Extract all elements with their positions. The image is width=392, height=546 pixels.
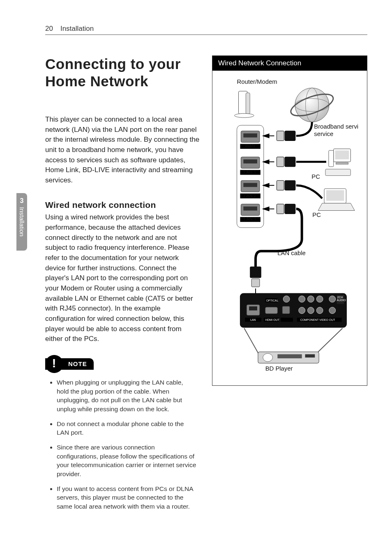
svg-point-65 <box>316 307 323 314</box>
svg-line-73 <box>244 328 259 354</box>
svg-text:COMPONENT VIDEO OUT: COMPONENT VIDEO OUT <box>300 318 335 321</box>
globe-icon <box>288 88 336 122</box>
lan-cable-label: LAN cable <box>277 250 305 256</box>
intro-paragraph: This player can be connected to a local … <box>45 115 201 185</box>
svg-rect-38 <box>335 150 349 159</box>
svg-rect-25 <box>277 131 284 141</box>
wan-port: WAN <box>240 131 260 149</box>
svg-rect-28 <box>277 157 284 167</box>
svg-rect-29 <box>285 157 295 167</box>
svg-text:LAN 1: LAN 1 <box>244 170 256 175</box>
svg-text:service: service <box>314 131 333 137</box>
pc1-label: PC <box>311 173 320 180</box>
diagram-title: Wired Network Connection <box>212 56 367 71</box>
svg-rect-39 <box>336 163 348 164</box>
lan3-port: LAN 3 <box>240 204 260 222</box>
svg-rect-14 <box>243 159 257 164</box>
lan-plug-icon <box>250 267 261 287</box>
svg-text:LAN 3: LAN 3 <box>244 217 256 221</box>
svg-rect-44 <box>250 267 261 278</box>
bd-player-label: BD Player <box>265 365 293 372</box>
svg-rect-43 <box>326 190 344 201</box>
svg-text:LAN 2: LAN 2 <box>244 193 256 198</box>
svg-text:WAN: WAN <box>245 143 255 148</box>
svg-rect-55 <box>282 306 290 314</box>
svg-rect-40 <box>329 150 334 167</box>
svg-rect-58 <box>281 318 293 322</box>
svg-text:AUDIO: AUDIO <box>337 299 346 302</box>
page-header: 20 Installation <box>45 25 367 35</box>
svg-text:LAN: LAN <box>250 318 256 321</box>
svg-rect-32 <box>285 180 295 190</box>
svg-text:HDMI OUT: HDMI OUT <box>265 318 280 321</box>
svg-rect-52 <box>265 307 278 314</box>
broadband-label: Broadband service <box>314 123 359 130</box>
chapter-name: Installation <box>18 207 25 237</box>
bd-player-icon <box>258 352 319 363</box>
svg-rect-35 <box>285 204 295 214</box>
page-number: 20 <box>45 25 53 33</box>
svg-point-2 <box>235 113 254 117</box>
note-bullet: When plugging or unplugging the LAN cabl… <box>57 378 196 414</box>
svg-point-3 <box>295 88 329 122</box>
pc2-label: PC <box>312 212 321 218</box>
network-diagram: Wired Network Connection Router/Modem <box>212 55 367 386</box>
lan2-port: LAN 2 <box>240 180 260 198</box>
svg-rect-41 <box>325 169 350 176</box>
section-heading: Wired network connection <box>45 200 201 210</box>
svg-rect-10 <box>243 134 257 138</box>
svg-rect-26 <box>285 131 295 141</box>
modem-icon <box>235 91 254 117</box>
lan1-port: LAN 1 <box>240 157 260 175</box>
svg-rect-34 <box>277 204 284 214</box>
note-bullet: If you want to access content from PCs o… <box>57 484 196 511</box>
svg-point-67 <box>329 296 336 302</box>
note-icon: ! <box>45 355 63 373</box>
router-label: Router/Modem <box>237 78 277 85</box>
svg-rect-78 <box>305 354 315 357</box>
svg-rect-22 <box>243 207 257 211</box>
note-label-text: NOTE <box>68 360 87 367</box>
svg-point-66 <box>329 307 336 314</box>
chapter-number: 3 <box>20 197 24 205</box>
note-bullet: Since there are various connection confi… <box>57 443 196 479</box>
svg-rect-31 <box>277 180 284 190</box>
page-section: Installation <box>60 25 94 33</box>
svg-text:OPTICAL: OPTICAL <box>266 299 279 302</box>
svg-point-63 <box>299 307 305 314</box>
laptop-pc-icon <box>318 189 355 210</box>
svg-rect-49 <box>249 306 257 311</box>
bd-player-rear-panel: LAN HDMI OUT OPTICAL <box>240 293 346 327</box>
svg-rect-77 <box>277 354 302 358</box>
svg-point-76 <box>263 353 273 362</box>
svg-point-59 <box>283 296 290 302</box>
section-body: Using a wired network provides the best … <box>45 212 201 344</box>
svg-line-74 <box>316 328 342 354</box>
svg-point-62 <box>316 296 323 302</box>
svg-rect-1 <box>246 93 250 114</box>
chapter-side-tab: 3 Installation <box>16 193 27 251</box>
svg-rect-18 <box>243 183 257 187</box>
svg-rect-45 <box>251 279 260 287</box>
diagram-svg: Router/Modem <box>221 75 359 379</box>
svg-point-61 <box>307 296 314 302</box>
note-box: ! NOTE When plugging or unplugging the L… <box>45 356 201 518</box>
svg-point-60 <box>299 296 305 302</box>
svg-point-64 <box>307 307 314 314</box>
page-title: Connecting to your Home Network <box>45 55 201 90</box>
desktop-pc-icon <box>325 149 350 175</box>
note-bullet: Do not connect a modular phone cable to … <box>57 419 196 437</box>
